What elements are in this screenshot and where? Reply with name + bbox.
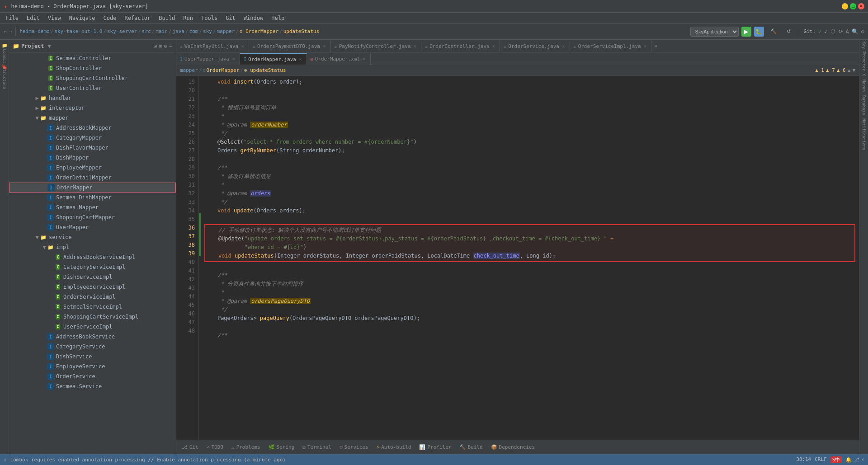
structure-icon[interactable]: Structure	[1, 74, 8, 81]
bottom-tab-git[interactable]: ⎇ Git	[178, 442, 202, 453]
tab-close-btn[interactable]: ×	[240, 43, 245, 49]
breadcrumb-mapper-folder[interactable]: mapper	[180, 67, 198, 73]
breadcrumb-java[interactable]: java	[172, 28, 184, 34]
tab-close-btn[interactable]: ×	[231, 56, 236, 62]
tree-item-ordermapper[interactable]: I OrderMapper	[9, 183, 176, 193]
bottom-tab-build[interactable]: 🔨 Build	[456, 442, 486, 453]
tree-item-mapper[interactable]: ▼ 📁 mapper	[9, 113, 176, 123]
tab-close-btn[interactable]: ×	[643, 43, 648, 49]
breadcrumb-src[interactable]: src	[142, 28, 151, 34]
bottom-tab-terminal[interactable]: ⊞ Terminal	[299, 442, 335, 453]
breadcrumb-method[interactable]: updateStatus	[283, 28, 319, 34]
bottom-tab-problems[interactable]: ⚠ Problems	[228, 442, 264, 453]
tab-paynotify[interactable]: ☕ PayNotifyController.java ×	[331, 40, 422, 52]
tree-item-interceptor[interactable]: ▶ 📁 interceptor	[9, 103, 176, 113]
tree-item-employeeserviceimpl[interactable]: C EmployeeServiceImpl	[9, 282, 176, 292]
scroll-down-btn[interactable]: ▼	[852, 67, 855, 73]
bottom-tab-spring[interactable]: 🌿 Spring	[265, 442, 298, 453]
tab-close-btn[interactable]: ×	[413, 43, 418, 49]
run-config-select[interactable]: SkyApplication	[690, 27, 739, 37]
maximize-button[interactable]: □	[850, 3, 856, 9]
tree-item-setmealdishmapper[interactable]: I SetmealDishMapper	[9, 193, 176, 202]
tree-item-setmealserviceimpl[interactable]: C SetmealServiceImpl	[9, 302, 176, 312]
git-translate[interactable]: A	[846, 28, 849, 35]
tree-item-usercontroller[interactable]: C UserController	[9, 83, 176, 93]
breadcrumb-mapper[interactable]: mapper	[217, 28, 235, 34]
tree-item-addressbookserviceimpl[interactable]: C AddressBookServiceImpl	[9, 252, 176, 262]
git-status-icon[interactable]: ⎇	[854, 457, 859, 463]
tree-item-shoppingcartserviceimpl[interactable]: C ShoppingCartServiceImpl	[9, 312, 176, 322]
breadcrumb-module[interactable]: sky-server	[107, 28, 137, 34]
tree-item-setmealmapper[interactable]: I SetmealMapper	[9, 202, 176, 212]
menu-item-run[interactable]: Run	[179, 14, 197, 22]
build-button[interactable]: 🔨	[767, 28, 780, 35]
tree-item-orderserviceimpl[interactable]: C OrderServiceImpl	[9, 292, 176, 302]
toolbar-forward-btn[interactable]: →	[9, 28, 12, 35]
menu-item-navigate[interactable]: Navigate	[66, 14, 99, 22]
settings-icon[interactable]: ⚙	[861, 28, 864, 35]
breadcrumb-project[interactable]: sky-take-out-1.0	[54, 28, 102, 34]
close-button[interactable]: ×	[858, 3, 864, 9]
status-line-col[interactable]: 38:14	[796, 456, 811, 463]
tree-item-shopcontroller[interactable]: C ShopController	[9, 63, 176, 73]
breadcrumb-com[interactable]: com	[189, 28, 198, 34]
tree-item-shoppingcartcontroller[interactable]: C ShoppingCartController	[9, 73, 176, 83]
notification-icon[interactable]: 🔔	[845, 457, 852, 463]
tree-item-shoppingcartmapper[interactable]: I ShoppingCartMapper	[9, 212, 176, 222]
menu-item-edit[interactable]: Edit	[23, 14, 43, 22]
menu-item-git[interactable]: Git	[222, 14, 239, 22]
breadcrumb-class[interactable]: ⊙ OrderMapper	[240, 28, 278, 34]
status-message[interactable]: Lombok requires enabled annotation proce…	[10, 457, 286, 463]
menu-item-help[interactable]: Help	[268, 14, 288, 22]
refresh-button[interactable]: ↺	[783, 28, 794, 35]
tree-item-categoryserviceimpl[interactable]: C CategoryServiceImpl	[9, 262, 176, 272]
tree-item-userserviceimpl[interactable]: C UserServiceImpl	[9, 322, 176, 332]
breadcrumb-ordermapper[interactable]: OrderMapper	[206, 67, 239, 73]
panel-dropdown-icon[interactable]: ▼	[48, 43, 51, 49]
scroll-up-btn[interactable]: ▲	[848, 67, 851, 73]
tab-close-btn[interactable]: ×	[362, 56, 367, 62]
tree-item-handler[interactable]: ▶ 📁 handler	[9, 93, 176, 103]
menu-item-refactor[interactable]: Refactor	[121, 14, 154, 22]
panel-expand-btn[interactable]: ⊞	[154, 43, 157, 49]
tab-ordermapper-active[interactable]: I OrderMapper.java ×	[240, 53, 307, 65]
tab-ordermapper-xml[interactable]: ⊠ OrderMapper.xml ×	[307, 53, 371, 65]
menu-item-code[interactable]: Code	[100, 14, 120, 22]
tree-item-dishserviceimpl[interactable]: C DishServiceImpl	[9, 272, 176, 282]
minimize-button[interactable]: −	[842, 3, 848, 9]
menu-item-build[interactable]: Build	[155, 14, 179, 22]
status-encoding[interactable]: CRLF	[815, 456, 827, 463]
project-icon[interactable]: 📁	[1, 42, 8, 49]
git-checkmark[interactable]: ✓	[818, 28, 821, 35]
tab-orderserviceimpl[interactable]: ☕ OrderServiceImpl.java ×	[570, 40, 652, 52]
tab-orderservice[interactable]: ☕ OrderService.java ×	[500, 40, 570, 52]
menu-item-window[interactable]: Window	[240, 14, 267, 22]
panel-close-btn[interactable]: −	[169, 43, 172, 49]
menu-item-view[interactable]: View	[44, 14, 65, 22]
code-content[interactable]: void insert(Orders order); /** * 根据订单号查询…	[201, 76, 859, 440]
menu-item-tools[interactable]: Tools	[198, 14, 221, 22]
git-history[interactable]: ⏱	[830, 28, 836, 35]
git-branch[interactable]: ✓	[824, 28, 827, 35]
tree-item-categoryservice[interactable]: I CategoryService	[9, 342, 176, 352]
panel-settings-btn[interactable]: ⚙	[164, 43, 167, 49]
bottom-tab-services[interactable]: ⚙ Services	[336, 442, 372, 453]
tree-item-dishservice[interactable]: I DishService	[9, 352, 176, 362]
tab-usermapper[interactable]: I UserMapper.java ×	[176, 53, 240, 65]
tree-item-setmealcontroller[interactable]: C SetmealController	[9, 53, 176, 63]
right-tab-maven[interactable]: Maven	[861, 78, 867, 94]
tree-item-orderservice[interactable]: I OrderService	[9, 371, 176, 381]
tree-item-addressbookservice[interactable]: I AddressBookService	[9, 332, 176, 342]
breadcrumb-main[interactable]: main	[156, 28, 168, 34]
bottom-tab-autobuild[interactable]: ⚡ Auto-build	[373, 442, 415, 453]
tree-item-dishflavormapper[interactable]: I DishFlavorMapper	[9, 143, 176, 153]
tab-close-btn[interactable]: ×	[561, 43, 566, 49]
more-tabs-btn[interactable]: »	[651, 43, 660, 49]
menu-item-file[interactable]: File	[2, 14, 22, 22]
debug-button[interactable]: 🐛	[754, 27, 764, 37]
toolbar-back-btn[interactable]: ←	[4, 28, 7, 35]
right-tab-notifications[interactable]: Notifications	[861, 117, 867, 152]
commit-icon[interactable]: Commit	[1, 52, 8, 60]
breadcrumb-sky[interactable]: sky	[203, 28, 212, 34]
tab-close-btn[interactable]: ×	[298, 56, 303, 62]
